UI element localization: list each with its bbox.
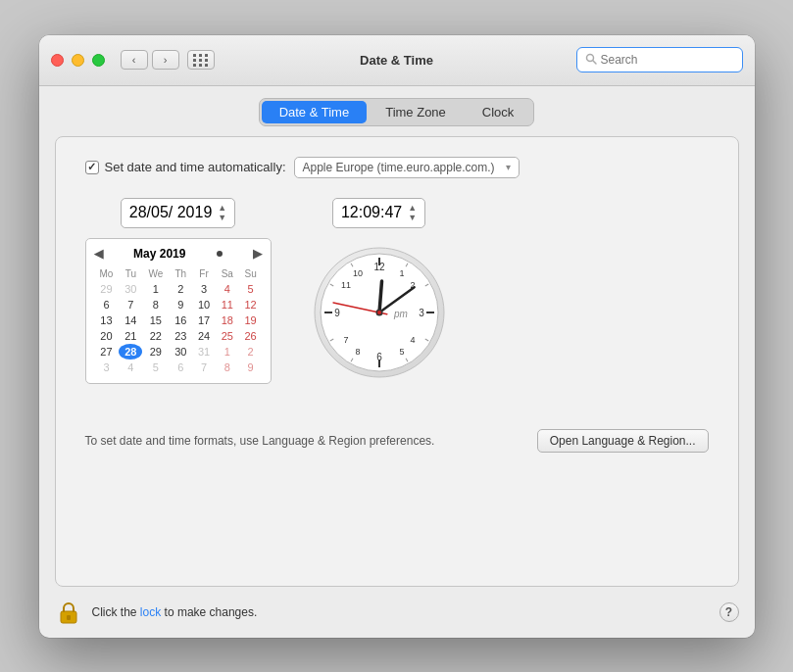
svg-text:7: 7 xyxy=(343,335,348,345)
close-button[interactable] xyxy=(51,54,64,67)
col-th: Th xyxy=(169,266,192,281)
calendar-day[interactable]: 20 xyxy=(94,328,120,344)
calendar-day[interactable]: 5 xyxy=(142,360,169,375)
auto-time-checkbox[interactable] xyxy=(85,161,99,174)
calendar-day[interactable]: 17 xyxy=(192,312,216,328)
footer-lock-text: Click the lock to make changes. xyxy=(92,605,258,619)
search-box[interactable] xyxy=(576,47,743,72)
lock-link[interactable]: lock xyxy=(140,605,161,619)
svg-rect-35 xyxy=(67,615,71,620)
calendar-day[interactable]: 26 xyxy=(239,328,263,344)
clock-svg: 12 3 6 9 2 4 11 10 7 1 8 5 pm xyxy=(311,244,448,381)
time-up-arrow[interactable]: ▲ xyxy=(408,203,417,214)
calendar-day[interactable]: 27 xyxy=(94,344,120,360)
calendar-day[interactable]: 4 xyxy=(216,281,239,297)
svg-text:5: 5 xyxy=(399,347,404,357)
today-dot[interactable] xyxy=(217,251,223,257)
window-title: Date & Time xyxy=(360,53,433,68)
grid-button[interactable] xyxy=(187,50,215,70)
calendar-day[interactable]: 18 xyxy=(216,312,239,328)
calendar-header-row: Mo Tu We Th Fr Sa Su xyxy=(94,266,263,281)
tab-date-time[interactable]: Date & Time xyxy=(262,101,368,123)
calendar-day[interactable]: 19 xyxy=(239,312,263,328)
auto-time-checkbox-wrap: Set date and time automatically: xyxy=(85,160,286,174)
prev-month-button[interactable]: ◀ xyxy=(94,247,103,261)
calendar-day[interactable]: 8 xyxy=(142,297,169,312)
calendar-day[interactable]: 30 xyxy=(119,281,142,297)
calendar-day[interactable]: 9 xyxy=(239,360,263,375)
date-stepper[interactable]: 28/05/ 2019 ▲ ▼ xyxy=(121,198,235,229)
lock-text-post: to make changes. xyxy=(165,605,258,619)
calendar-day[interactable]: 15 xyxy=(142,312,169,328)
calendar-day[interactable]: 1 xyxy=(142,281,169,297)
col-sa: Sa xyxy=(216,266,239,281)
calendar-day[interactable]: 9 xyxy=(169,297,192,312)
calendar-day[interactable]: 11 xyxy=(216,297,239,312)
tab-clock[interactable]: Clock xyxy=(465,101,532,123)
calendar-week-row: 20212223242526 xyxy=(94,328,263,344)
lock-text-pre: Click the xyxy=(92,605,140,619)
time-stepper[interactable]: 12:09:47 ▲ ▼ xyxy=(332,198,425,229)
date-stepper-arrows: ▲ ▼ xyxy=(218,203,226,224)
calendar-header: ◀ May 2019 ▶ xyxy=(94,247,263,261)
col-su: Su xyxy=(239,266,263,281)
calendar-month-year: May 2019 xyxy=(133,247,185,261)
calendar-week-row: 13141516171819 xyxy=(94,312,263,328)
svg-text:10: 10 xyxy=(352,268,362,278)
time-value: 12:09:47 xyxy=(341,204,402,221)
calendar-day[interactable]: 22 xyxy=(142,328,169,344)
calendar-day[interactable]: 25 xyxy=(216,328,239,344)
calendar-day[interactable]: 6 xyxy=(94,297,120,312)
calendar-day[interactable]: 3 xyxy=(192,281,216,297)
calendar-day[interactable]: 21 xyxy=(119,328,142,344)
calendar-day[interactable]: 31 xyxy=(192,344,216,360)
calendar-day[interactable]: 2 xyxy=(239,344,263,360)
minimize-button[interactable] xyxy=(72,54,84,67)
calendar-day[interactable]: 29 xyxy=(142,344,169,360)
server-dropdown[interactable]: Apple Europe (time.euro.apple.com.) ▾ xyxy=(294,157,520,178)
calendar-day[interactable]: 1 xyxy=(216,344,239,360)
grid-icon xyxy=(193,54,209,67)
calendar-day[interactable]: 2 xyxy=(169,281,192,297)
next-month-button[interactable]: ▶ xyxy=(253,247,262,261)
server-name: Apple Europe (time.euro.apple.com.) xyxy=(303,161,495,174)
calendar-day[interactable]: 7 xyxy=(119,297,142,312)
date-down-arrow[interactable]: ▼ xyxy=(218,213,226,223)
calendar-day[interactable]: 24 xyxy=(192,328,216,344)
calendar-day[interactable]: 6 xyxy=(169,360,192,375)
calendar-day[interactable]: 10 xyxy=(192,297,216,312)
maximize-button[interactable] xyxy=(92,54,105,67)
calendar-day[interactable]: 4 xyxy=(119,360,142,375)
open-language-region-button[interactable]: Open Language & Region... xyxy=(537,429,709,453)
calendar: ◀ May 2019 ▶ Mo Tu We Th Fr xyxy=(85,238,272,384)
calendar-day[interactable]: 28 xyxy=(119,344,142,360)
calendar-day[interactable]: 14 xyxy=(119,312,142,328)
calendar-day[interactable]: 8 xyxy=(216,360,239,375)
help-button[interactable]: ? xyxy=(719,602,739,622)
calendar-week-row: 293012345 xyxy=(94,281,263,297)
date-up-arrow[interactable]: ▲ xyxy=(218,203,226,214)
calendar-day[interactable]: 7 xyxy=(192,360,216,375)
svg-text:6: 6 xyxy=(376,352,382,362)
forward-button[interactable]: › xyxy=(152,50,179,70)
tab-time-zone[interactable]: Time Zone xyxy=(368,101,464,123)
svg-text:8: 8 xyxy=(355,347,360,357)
calendar-grid: Mo Tu We Th Fr Sa Su 2930123456789101112… xyxy=(94,266,263,375)
search-input[interactable] xyxy=(601,53,734,67)
date-value: 28/05/ 2019 xyxy=(129,204,213,221)
svg-text:9: 9 xyxy=(334,308,340,318)
calendar-day[interactable]: 23 xyxy=(169,328,192,344)
calendar-day[interactable]: 30 xyxy=(169,344,192,360)
search-icon xyxy=(585,53,597,68)
svg-text:3: 3 xyxy=(419,308,424,318)
calendar-week-row: 3456789 xyxy=(94,360,263,375)
calendar-day[interactable]: 29 xyxy=(94,281,120,297)
back-button[interactable]: ‹ xyxy=(121,50,148,70)
calendar-day[interactable]: 12 xyxy=(239,297,263,312)
calendar-day[interactable]: 16 xyxy=(169,312,192,328)
calendar-day[interactable]: 13 xyxy=(94,312,120,328)
calendar-day[interactable]: 5 xyxy=(239,281,263,297)
svg-text:1: 1 xyxy=(399,268,404,278)
time-down-arrow[interactable]: ▼ xyxy=(408,213,417,223)
calendar-day[interactable]: 3 xyxy=(94,360,120,375)
